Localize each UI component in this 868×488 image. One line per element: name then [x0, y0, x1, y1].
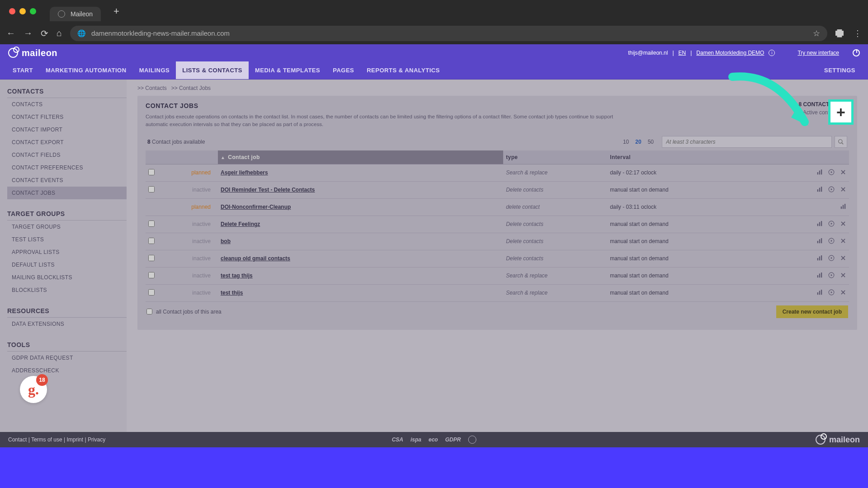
nav-pages[interactable]: PAGES [326, 61, 360, 79]
browser-menu-icon[interactable]: ⋮ [854, 28, 862, 38]
row-action-stats-icon[interactable] [816, 289, 823, 297]
col-job[interactable]: ▲Contact job [218, 150, 503, 164]
footer-link-terms-of-use[interactable]: Terms of use [31, 436, 62, 443]
row-action-stats-icon[interactable] [816, 186, 823, 194]
row-action-del-icon[interactable] [840, 289, 846, 297]
annotation-add-button[interactable]: + [828, 99, 854, 125]
row-checkbox[interactable] [148, 255, 155, 261]
url-bar[interactable]: 🌐 damenmotorkleding-news-mailer.maileon.… [70, 26, 827, 41]
row-action-del-icon[interactable] [840, 238, 846, 245]
try-new-interface-link[interactable]: Try new interface [797, 50, 839, 56]
row-action-del-icon[interactable] [840, 186, 846, 194]
breadcrumb-contact-jobs[interactable]: Contact Jobs [179, 85, 211, 91]
row-action-play-icon[interactable] [828, 169, 835, 177]
row-job-link[interactable]: Delete Feelingz [221, 221, 260, 227]
row-action-play-icon[interactable] [828, 272, 835, 280]
row-action-play-icon[interactable] [828, 289, 835, 297]
footer-link-privacy[interactable]: Privacy [88, 436, 105, 443]
row-action-stats-icon[interactable] [816, 169, 823, 177]
row-action-stats-icon[interactable] [816, 238, 823, 245]
create-contact-job-button[interactable]: Create new contact job [776, 305, 848, 318]
sidebar-item-contact-preferences[interactable]: CONTACT PREFERENCES [7, 161, 127, 174]
row-checkbox[interactable] [148, 221, 155, 227]
breadcrumb-contacts[interactable]: Contacts [145, 85, 166, 91]
row-checkbox[interactable] [148, 238, 155, 244]
row-checkbox[interactable] [148, 186, 155, 192]
nav-marketing-automation[interactable]: MARKETING AUTOMATION [39, 61, 133, 79]
annotation-arrow-icon [723, 68, 827, 149]
footer-link-imprint[interactable]: Imprint [66, 436, 83, 443]
row-action-stats-icon[interactable] [816, 255, 823, 263]
sidebar-item-contact-filters[interactable]: CONTACT FILTERS [7, 111, 127, 123]
row-action-play-icon[interactable] [828, 255, 835, 263]
nav-mailings[interactable]: MAILINGS [133, 61, 176, 79]
row-job-link[interactable]: DOI Reminder Test - Delete Contacts [221, 187, 315, 193]
page-size-20[interactable]: 20 [635, 139, 641, 145]
sidebar-item-contact-export[interactable]: CONTACT EXPORT [7, 136, 127, 149]
forward-icon[interactable]: → [24, 28, 33, 38]
row-action-del-icon[interactable] [840, 221, 846, 228]
maximize-window-icon[interactable] [30, 8, 36, 14]
row-job-link[interactable]: test tag thijs [221, 272, 253, 279]
window-controls[interactable] [9, 8, 36, 14]
nav-start[interactable]: START [6, 61, 39, 79]
col-type[interactable]: type [503, 150, 607, 164]
sidebar-item-target-groups[interactable]: TARGET GROUPS [7, 221, 127, 233]
home-icon[interactable]: ⌂ [57, 28, 62, 38]
info-icon[interactable]: i [769, 50, 775, 56]
row-action-play-icon[interactable] [828, 238, 835, 245]
page-size-50[interactable]: 50 [648, 139, 654, 145]
select-all-checkbox[interactable] [146, 309, 152, 314]
bookmark-icon[interactable]: ☆ [813, 28, 820, 38]
row-action-stats-icon[interactable] [816, 221, 823, 228]
browser-tab[interactable]: Maileon [50, 7, 101, 21]
logout-icon[interactable] [853, 49, 860, 56]
reload-icon[interactable]: ⟳ [41, 28, 48, 39]
row-action-del-icon[interactable] [840, 272, 846, 280]
sidebar-item-contacts[interactable]: CONTACTS [7, 98, 127, 111]
row-job-link[interactable]: test thijs [221, 290, 243, 296]
row-job-link[interactable]: cleanup old gmail contacts [221, 255, 290, 262]
site-info-icon[interactable]: 🌐 [77, 29, 86, 38]
language-switch[interactable]: EN [679, 50, 686, 56]
brand[interactable]: maileon [8, 48, 57, 58]
search-button[interactable] [835, 136, 847, 148]
row-action-play-icon[interactable] [828, 186, 835, 194]
row-action-stats-icon[interactable] [816, 272, 823, 280]
sidebar-item-contact-fields[interactable]: CONTACT FIELDS [7, 149, 127, 161]
account-link[interactable]: Damen Motorkleding DEMO [696, 50, 764, 56]
nav-media-templates[interactable]: MEDIA & TEMPLATES [249, 61, 326, 79]
back-icon[interactable]: ← [6, 28, 15, 38]
footer-link-contact[interactable]: Contact [8, 436, 27, 443]
row-checkbox[interactable] [148, 289, 155, 296]
minimize-window-icon[interactable] [19, 8, 26, 14]
row-action-stats-icon[interactable] [840, 203, 846, 211]
row-job-link[interactable]: bob [221, 238, 231, 244]
sidebar-item-test-lists[interactable]: TEST LISTS [7, 233, 127, 246]
close-window-icon[interactable] [9, 8, 15, 14]
sidebar-item-gdpr-data-request[interactable]: GDPR DATA REQUEST [7, 352, 127, 364]
sidebar-item-contact-import[interactable]: CONTACT IMPORT [7, 123, 127, 136]
sidebar-item-contact-jobs[interactable]: CONTACT JOBS [7, 187, 127, 199]
row-job-link[interactable]: Asgeir liefhebbers [221, 169, 268, 176]
row-action-del-icon[interactable] [840, 255, 846, 263]
sidebar-item-contact-events[interactable]: CONTACT EVENTS [7, 174, 127, 187]
sidebar-item-approval-lists[interactable]: APPROVAL LISTS [7, 246, 127, 258]
sidebar-item-blocklists[interactable]: BLOCKLISTS [7, 284, 127, 296]
row-action-del-icon[interactable] [840, 169, 846, 177]
nav-lists-contacts[interactable]: LISTS & CONTACTS [176, 61, 249, 79]
row-checkbox[interactable] [148, 272, 155, 278]
new-tab-button[interactable]: + [113, 5, 119, 17]
row-action-play-icon[interactable] [828, 221, 835, 228]
sidebar-item-addresscheck[interactable]: ADDRESSCHECK [7, 364, 127, 377]
row-job-link[interactable]: DOI-Nonconfirmer-Cleanup [221, 204, 291, 210]
sidebar-item-data-extensions[interactable]: DATA EXTENSIONS [7, 318, 127, 330]
row-checkbox[interactable] [148, 169, 155, 175]
nav-reports-analytics[interactable]: REPORTS & ANALYTICS [360, 61, 446, 79]
sidebar-item-mailing-blocklists[interactable]: MAILING BLOCKLISTS [7, 271, 127, 284]
page-size-10[interactable]: 10 [623, 139, 629, 145]
extensions-icon[interactable] [835, 29, 844, 38]
help-widget[interactable]: g. 18 [20, 376, 47, 403]
sidebar-item-default-lists[interactable]: DEFAULT LISTS [7, 258, 127, 271]
col-interval[interactable]: Interval [607, 150, 790, 164]
